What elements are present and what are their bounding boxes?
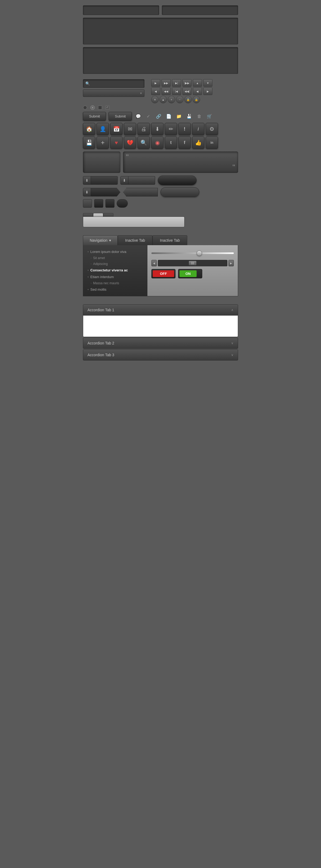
toggle-row: OFF ON — [151, 269, 234, 278]
textarea-2[interactable] — [83, 47, 238, 74]
folder-tab-2[interactable] — [93, 213, 103, 217]
plain-btn-2[interactable] — [94, 199, 103, 208]
select-wrapper[interactable] — [83, 89, 145, 97]
quote-open-mark: " — [126, 153, 129, 161]
arrow-btn-3[interactable]: ▶| — [172, 79, 181, 87]
input-field-2[interactable] — [162, 5, 238, 15]
calendar-icon-btn[interactable]: 📅 — [110, 123, 123, 135]
file-icon[interactable]: 📄 — [165, 114, 172, 119]
search-input[interactable] — [91, 81, 142, 87]
textarea-1[interactable] — [83, 18, 238, 44]
heart-icon-btn[interactable]: ♥ — [110, 136, 123, 149]
pill-btn-1[interactable] — [158, 176, 197, 185]
folder-tab-1[interactable] — [83, 213, 93, 217]
toggle-off-switch[interactable]: OFF — [151, 269, 175, 278]
circle-btn-lock[interactable]: 🔒 — [184, 96, 192, 103]
accordion-tab-3[interactable]: Accordion Tab 3 ∨ — [83, 349, 238, 361]
circle-btn-unlock[interactable]: 🔓 — [193, 96, 200, 103]
arrow-btn-5[interactable]: ▲ — [193, 79, 202, 87]
floppy-icon[interactable]: 💾 — [185, 114, 193, 119]
nav-tab-navigation[interactable]: Navigation ▾ — [83, 235, 118, 245]
trash-icon[interactable]: 🗑 — [196, 114, 203, 119]
submit-button-1[interactable]: Submit — [83, 112, 106, 121]
nav-tab-inactive-2[interactable]: Inactive Tab — [153, 235, 187, 245]
arrow-btn-8[interactable]: ◀◀ — [162, 88, 171, 95]
gear-icon-btn[interactable]: ⚙ — [206, 123, 218, 135]
arrow-btn-9[interactable]: |◀ — [172, 88, 181, 95]
plus-icon-btn[interactable]: + — [97, 136, 109, 149]
slider-thumb[interactable] — [197, 250, 202, 256]
arrow-btn-2[interactable]: ▶▶ — [162, 79, 171, 87]
download-icon-btn[interactable]: ⬇ — [151, 123, 163, 135]
submit-button-2[interactable]: Submit — [108, 112, 132, 121]
nav-subitem-1[interactable]: › Sit amet — [83, 255, 147, 261]
mail-icon-btn[interactable]: ✉ — [124, 123, 136, 135]
home-icon-btn[interactable]: 🏠 — [83, 123, 95, 135]
info-icon-btn[interactable]: i — [192, 123, 204, 135]
arrow-btn-7[interactable]: ◀ — [151, 88, 160, 95]
large-icon-row-1: 🏠 👤 📅 ✉ 🖨 ⬇ ✏ ! i ⚙ — [83, 123, 238, 135]
slider-track[interactable] — [151, 252, 234, 254]
toggle-on-switch[interactable]: ON — [178, 269, 202, 278]
arrow-btn-12[interactable]: ▶ — [203, 88, 213, 95]
scroll-handle[interactable] — [189, 261, 197, 266]
nav-item-4[interactable]: ● Sed mollis — [83, 286, 147, 293]
user-icon-btn[interactable]: 👤 — [97, 123, 109, 135]
accordion-tab-2[interactable]: Accordion Tab 2 ∨ — [83, 338, 238, 349]
quote-left-panel — [83, 152, 120, 173]
scroll-track[interactable] — [158, 260, 227, 266]
checkbox-1[interactable] — [98, 105, 102, 110]
heart-broken-icon-btn[interactable]: 💔 — [124, 136, 136, 149]
circle-btn-x[interactable]: ✕ — [151, 96, 159, 103]
chevron-btn-2[interactable] — [123, 188, 158, 196]
link-icon[interactable]: 🔗 — [155, 114, 162, 119]
linkedin-icon-btn[interactable]: in — [206, 136, 218, 149]
print-icon-btn[interactable]: 🖨 — [137, 123, 150, 135]
accordion-tab-1[interactable]: Accordion Tab 1 ∧ — [83, 304, 238, 316]
checkmark-icon[interactable]: ✓ — [145, 114, 152, 119]
input-field-1[interactable] — [83, 5, 159, 15]
nav-subitem-2[interactable]: › Adipiscing — [83, 261, 147, 267]
cart-icon[interactable]: 🛒 — [206, 114, 213, 119]
folder-tab-3[interactable] — [103, 213, 114, 217]
nav-item-3[interactable]: ● Etiam interdum — [83, 274, 147, 280]
speech-bubble-icon[interactable]: 💬 — [134, 114, 142, 119]
arrow-btn-4[interactable]: |▶▶ — [183, 79, 192, 87]
nav-item-1[interactable]: ● Lorem ipsum dolor viva — [83, 248, 147, 255]
plain-btn-1[interactable] — [83, 199, 92, 208]
accordion-chevron-2: ∨ — [231, 341, 233, 345]
search-bar[interactable]: 🔍 — [83, 79, 145, 88]
radio-2[interactable] — [90, 105, 95, 110]
radio-1[interactable] — [83, 105, 87, 110]
arrow-btn-11[interactable]: ◀ — [193, 88, 202, 95]
scroll-left-arrow[interactable]: ◀ — [151, 260, 157, 266]
search-icon-btn[interactable]: 🔍 — [137, 136, 150, 149]
arrow-btn-1[interactable]: ▶ — [151, 79, 160, 87]
pill-btn-2[interactable] — [160, 187, 199, 197]
nav-tab-inactive-1[interactable]: Inactive Tab — [118, 235, 153, 245]
circle-btn-minus[interactable]: − — [176, 96, 184, 103]
folder-icon[interactable]: 📁 — [175, 114, 183, 119]
plain-btn-3[interactable] — [105, 199, 115, 208]
nav-item-2[interactable]: ● Consectetur viverra ac — [83, 267, 147, 274]
download-btn-1[interactable]: ⬇ — [83, 176, 118, 185]
nav-subitem-3[interactable]: › Massa nec mauris — [83, 280, 147, 286]
twitter-icon-btn[interactable]: t — [165, 136, 177, 149]
exclaim-icon-btn[interactable]: ! — [179, 123, 191, 135]
thumbsup-icon-btn[interactable]: 👍 — [192, 136, 204, 149]
scroll-right-arrow[interactable]: ▶ — [228, 260, 234, 266]
checkbox-2[interactable] — [105, 105, 110, 110]
download-btn-2[interactable]: ⬇ — [120, 176, 155, 185]
circle-btn-plus[interactable]: + — [168, 96, 175, 103]
disk-icon-btn[interactable]: 💾 — [83, 136, 95, 149]
facebook-icon-btn[interactable]: f — [179, 136, 191, 149]
chevron-btn-1[interactable]: ⬇ — [83, 188, 120, 196]
oval-btn-1[interactable] — [117, 199, 128, 208]
circle-btn-up[interactable]: ▲ — [159, 96, 167, 103]
accordion-chevron-1: ∧ — [231, 308, 233, 312]
arrow-btn-10[interactable]: ◀◀| — [183, 88, 192, 95]
rss-icon-btn[interactable]: ◉ — [151, 136, 163, 149]
pencil-icon-btn[interactable]: ✏ — [165, 123, 177, 135]
select-dropdown[interactable] — [83, 89, 145, 97]
arrow-btn-6[interactable]: ▼ — [203, 79, 213, 87]
